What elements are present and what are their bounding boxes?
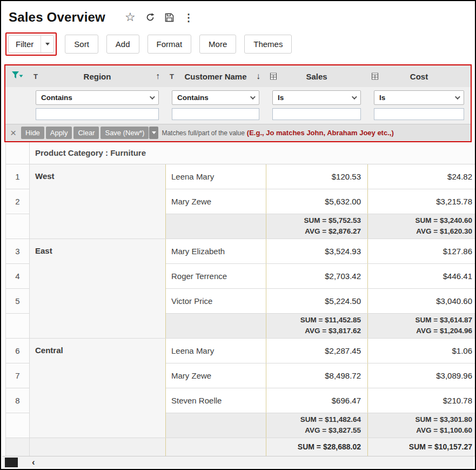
row-number-cell <box>6 438 30 456</box>
column-header-cost[interactable]: Cost <box>367 65 471 87</box>
sales-condition-select[interactable]: Is <box>272 90 361 105</box>
cost-cell[interactable]: $1.06 <box>368 338 476 363</box>
toolbar: Filter Sort Add Format More Themes <box>1 29 475 61</box>
save-dropdown-toggle[interactable] <box>149 127 158 139</box>
avg-value: AVG = $1,100.60 <box>368 425 472 436</box>
filter-action-row: × Hide Apply Clear Save (New*) Matches f… <box>5 124 471 142</box>
avg-value: AVG = $3,827.55 <box>266 425 361 436</box>
group-header: Product Category : Furniture <box>30 142 476 164</box>
sales-cell[interactable]: $8,498.72 <box>266 363 368 388</box>
cost-cell[interactable]: $3,089.96 <box>368 363 476 388</box>
sort-button[interactable]: Sort <box>65 35 98 54</box>
cost-filter-input[interactable] <box>374 108 464 120</box>
customer-cell[interactable]: Roger Terrence <box>166 263 266 288</box>
sales-cell[interactable]: $3,524.93 <box>266 239 368 263</box>
close-icon[interactable]: × <box>9 128 21 138</box>
grand-total-spacer <box>30 438 166 456</box>
summary-spacer-cell <box>166 313 266 338</box>
title-actions: ☆ ⋮ <box>125 11 194 23</box>
sort-asc-icon[interactable]: ↑ <box>156 71 160 81</box>
column-header-label: Sales <box>306 72 327 81</box>
grand-total-spacer <box>166 438 266 456</box>
refresh-icon[interactable] <box>145 12 155 22</box>
customer-name-filter-input[interactable] <box>172 108 259 120</box>
save-icon[interactable] <box>165 13 174 22</box>
selected-condition: Is <box>278 94 284 102</box>
sales-cell[interactable]: $2,703.42 <box>266 263 368 288</box>
sales-cell[interactable]: $2,287.45 <box>266 338 368 363</box>
annotation-highlight-filter: Filter <box>5 32 57 56</box>
favorite-star-icon[interactable]: ☆ <box>125 11 136 23</box>
sales-cell[interactable]: $120.53 <box>266 164 368 189</box>
customer-cell[interactable]: Mary Elizabeth <box>166 239 266 263</box>
customer-name-condition-select[interactable]: Contains <box>172 90 259 105</box>
sales-cell[interactable]: $5,632.00 <box>266 189 368 214</box>
number-column-icon <box>270 73 277 80</box>
chevron-down-icon <box>455 94 460 100</box>
customer-cell[interactable]: Mary Zewe <box>166 363 266 388</box>
avg-value: AVG = $2,876.27 <box>266 226 361 237</box>
cost-condition-select[interactable]: Is <box>374 90 464 105</box>
filter-dropdown-toggle[interactable] <box>41 36 53 52</box>
hide-button[interactable]: Hide <box>21 127 44 139</box>
filter-split-button[interactable]: Filter <box>8 35 54 53</box>
cost-cell[interactable]: $446.41 <box>368 263 476 288</box>
region-condition-select[interactable]: Contains <box>36 90 159 105</box>
table-row: 1 West Leena Mary $120.53 $24.82 <box>6 164 476 189</box>
column-header-row: T Region ↑ T Customer Name ↓ <box>5 65 471 87</box>
more-options-kebab-icon[interactable]: ⋮ <box>184 12 194 23</box>
column-header-label: Region <box>84 72 111 81</box>
grand-total-cost: SUM = $10,157.27 <box>368 438 476 456</box>
customer-cell[interactable]: Victor Price <box>166 288 266 313</box>
region-group-cell[interactable]: East <box>30 239 166 338</box>
horizontal-scrollbar[interactable]: ‹ <box>2 456 474 468</box>
sales-cell[interactable]: $696.47 <box>266 388 368 413</box>
sales-filter-input[interactable] <box>272 108 361 120</box>
sum-value: SUM = $3,240.60 <box>368 215 472 226</box>
number-column-icon <box>372 73 378 80</box>
cost-cell[interactable]: $3,040.60 <box>368 288 476 313</box>
avg-value: AVG = $3,817.62 <box>266 326 361 336</box>
value-row-spacer <box>5 108 29 124</box>
filter-funnel-cell[interactable] <box>5 65 29 87</box>
themes-button[interactable]: Themes <box>244 35 292 54</box>
region-filter-input[interactable] <box>36 108 159 120</box>
save-new-button[interactable]: Save (New*) <box>100 127 149 139</box>
cost-cell[interactable]: $210.78 <box>368 388 476 413</box>
scrollbar-corner <box>5 458 18 467</box>
column-header-region[interactable]: T Region ↑ <box>29 65 165 87</box>
filter-button[interactable]: Filter <box>9 36 41 52</box>
cost-cell[interactable]: $24.82 <box>368 164 476 189</box>
sort-desc-icon[interactable]: ↓ <box>256 71 260 81</box>
scroll-left-arrow-icon[interactable]: ‹ <box>32 458 35 467</box>
row-number-cell: 5 <box>6 288 30 313</box>
title-bar: Sales Overview ☆ ⋮ <box>1 1 475 29</box>
apply-button[interactable]: Apply <box>46 127 72 139</box>
filter-grid: T Region ↑ T Customer Name ↓ <box>5 65 471 141</box>
sales-summary-cell: SUM = $11,482.64 AVG = $3,827.55 <box>266 413 368 438</box>
region-group-cell[interactable]: Central <box>30 338 166 438</box>
customer-cell[interactable]: Steven Roelle <box>166 388 266 413</box>
format-button[interactable]: Format <box>148 35 192 54</box>
customer-cell[interactable]: Leena Mary <box>166 164 266 189</box>
sales-cell[interactable]: $5,224.50 <box>266 288 368 313</box>
group-header-row: Product Category : Furniture <box>6 142 476 164</box>
clear-button[interactable]: Clear <box>73 127 99 139</box>
customer-cell[interactable]: Leena Mary <box>166 338 266 363</box>
cost-cell[interactable]: $127.86 <box>368 239 476 263</box>
filter-funnel-icon <box>12 72 23 81</box>
region-group-cell[interactable]: West <box>30 164 166 239</box>
column-header-customer-name[interactable]: T Customer Name ↓ <box>165 65 266 87</box>
cost-cell[interactable]: $3,215.78 <box>368 189 476 214</box>
row-number-cell: 8 <box>6 388 30 413</box>
add-button[interactable]: Add <box>106 35 139 54</box>
filter-condition-row: Contains Contains Is Is <box>5 87 471 108</box>
chevron-down-icon <box>250 94 256 100</box>
condition-row-spacer <box>5 87 29 108</box>
more-button[interactable]: More <box>199 35 236 54</box>
customer-cell[interactable]: Mary Zewe <box>166 189 266 214</box>
selected-condition: Contains <box>177 94 209 102</box>
row-number-cell: 2 <box>6 189 30 214</box>
text-column-icon: T <box>170 72 174 81</box>
column-header-sales[interactable]: Sales <box>266 65 367 87</box>
